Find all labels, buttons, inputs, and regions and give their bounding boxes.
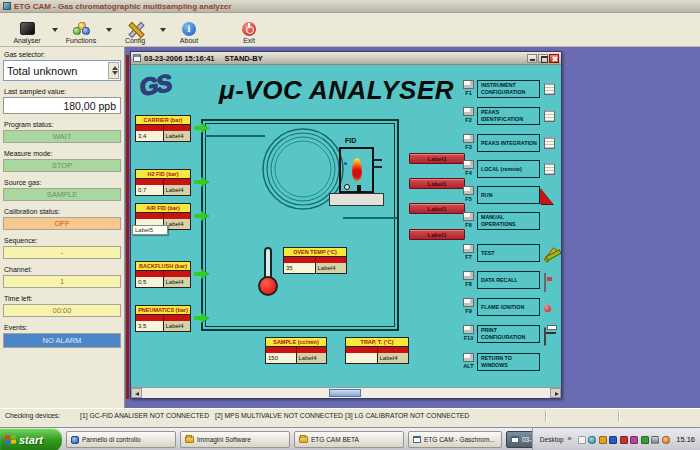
gauge-value: 3,4	[136, 131, 164, 141]
functions-icon	[73, 22, 90, 36]
tray-icon[interactable]	[630, 436, 638, 444]
fkey-row-f10: F10 PRINT CONFIGURATION	[461, 325, 559, 345]
fkey-label: F7	[461, 254, 476, 260]
task-etg-cam-app[interactable]: ETG CAM - Gaschrom...	[408, 431, 502, 448]
fkey-label: ALT	[461, 363, 476, 369]
source-gas-label: Source gas:	[4, 179, 120, 186]
peaks-identification-button[interactable]: PEAKS IDENTIFICATION	[477, 107, 540, 125]
taskbar-clock: 15.16	[676, 435, 695, 444]
horizontal-scrollbar[interactable]	[131, 387, 561, 398]
close-button[interactable]	[549, 54, 559, 63]
exit-button[interactable]: Exit	[226, 15, 272, 45]
scrollbar-thumb[interactable]	[329, 389, 361, 397]
measure-mode-value: STOP	[3, 159, 121, 172]
scroll-right-arrow[interactable]	[550, 388, 561, 398]
key-cube-icon	[463, 107, 474, 116]
tray-icon[interactable]	[651, 436, 659, 444]
gas-selector-label: Gas selector:	[4, 51, 120, 58]
tray-icon[interactable]	[609, 436, 617, 444]
gauge-pneumatics: PNEUMATICS (bar) 3,5Label4	[135, 305, 191, 332]
minimize-button[interactable]	[527, 54, 537, 63]
run-button[interactable]: RUN	[477, 186, 540, 204]
key-cube-icon	[463, 186, 474, 195]
gauge-label: Label4	[164, 131, 191, 141]
flame-ignition-button[interactable]: FLAME IGNITION	[477, 298, 540, 316]
return-to-windows-button[interactable]: RETURN TO WINDOWS	[477, 353, 540, 371]
fkey-label: F10	[461, 335, 476, 341]
fid-base	[329, 193, 384, 206]
fkey-label: F2	[461, 117, 476, 123]
local-remote-button[interactable]: LOCAL (remote)	[477, 160, 540, 178]
instrument-configuration-button[interactable]: INSTRUMENT CONFIGURATION	[477, 80, 540, 98]
analyser-window-mode: STAND-BY	[224, 54, 262, 63]
chevron-down-icon[interactable]	[104, 15, 112, 45]
window-icon	[413, 436, 421, 443]
print-configuration-button[interactable]: PRINT CONFIGURATION	[477, 325, 540, 343]
chevron-down-icon[interactable]	[158, 15, 166, 45]
scroll-left-arrow[interactable]	[131, 388, 142, 398]
flame-icon	[352, 158, 362, 181]
start-button[interactable]: start	[0, 428, 62, 450]
about-button-label: About	[180, 37, 198, 44]
fid-knob	[357, 185, 361, 191]
etg-logo: GS	[137, 69, 172, 102]
fid-detector	[339, 147, 374, 193]
config-button[interactable]: Config	[112, 15, 158, 45]
analyser-window-titlebar[interactable]: 03-23-2006 15:16:41 STAND-BY	[131, 52, 561, 65]
device-status-1: [1] GC-FID ANALISER NOT CONNECTED	[80, 412, 209, 419]
window-icon	[511, 436, 519, 443]
key-cube-icon	[463, 325, 474, 334]
key-cube-icon	[463, 271, 474, 280]
tray-icon[interactable]	[599, 436, 607, 444]
gauge-label: Label4	[297, 353, 327, 363]
task-control-panel[interactable]: Pannello di controllo	[66, 431, 176, 448]
fkey-label: F3	[461, 144, 476, 150]
tray-icon[interactable]	[641, 436, 649, 444]
spinner-arrows-icon[interactable]	[108, 62, 119, 79]
tray-icon[interactable]	[662, 436, 670, 444]
task-label: Pannello di controllo	[82, 436, 141, 443]
start-button-label: start	[19, 434, 43, 446]
fkey-label: F1	[461, 90, 476, 96]
gauge-oven-temp: OVEN TEMP (°C) 35Label4	[283, 247, 347, 274]
analyser-button[interactable]: Analyser	[4, 15, 50, 45]
source-gas-value: SAMPLE	[3, 188, 121, 201]
data-recall-button[interactable]: DATA RECALL	[477, 271, 540, 289]
status-led: Label1	[409, 178, 465, 189]
functions-button[interactable]: Functions	[58, 15, 104, 45]
program-status-value: WAIT	[3, 130, 121, 143]
flow-arrow-icon	[194, 123, 209, 133]
tray-icon[interactable]	[588, 436, 596, 444]
calibration-status-value: OFF	[3, 217, 121, 230]
maximize-button[interactable]	[538, 54, 548, 63]
thermometer-bulb-icon	[258, 276, 278, 296]
task-label: ETG CAM - Gaschrom...	[424, 436, 495, 443]
task-etg-cam-beta[interactable]: ETG CAM BETA	[294, 431, 404, 448]
chevron-down-icon[interactable]	[50, 15, 58, 45]
gauge-value: 0,5	[136, 277, 164, 287]
fkey-row-f7: F7 TEST	[461, 244, 559, 264]
tooltip-label5: Label5	[132, 225, 168, 235]
status-led: Label1	[409, 153, 465, 164]
events-value: NO ALARM	[3, 333, 121, 348]
chevron-expand-icon[interactable]	[567, 435, 575, 445]
task-immagini-software[interactable]: Immagini Software	[180, 431, 290, 448]
functions-button-label: Functions	[66, 37, 96, 44]
time-left-value: 00:00	[3, 304, 121, 317]
peaks-integration-button[interactable]: PEAKS INTEGRATION	[477, 134, 540, 152]
fkey-row-alt: ALT RETURN TO WINDOWS	[461, 353, 559, 373]
fkey-row-f3: F3 PEAKS INTEGRATION	[461, 134, 559, 154]
tray-icon[interactable]	[620, 436, 628, 444]
exit-button-label: Exit	[243, 37, 255, 44]
gas-selector-dropdown[interactable]: Total unknown	[3, 60, 121, 81]
last-sampled-label: Last sampled value:	[4, 88, 120, 95]
analyser-content: GS μ-VOC ANALYSER FID	[131, 65, 561, 387]
tray-icon[interactable]	[578, 436, 586, 444]
manual-operations-button[interactable]: MANUAL OPERATIONS	[477, 212, 540, 230]
gauge-h2-fid: H2 FID (bar) 0,7Label4	[135, 169, 191, 196]
fkey-row-f4: F4 LOCAL (remote)	[461, 160, 559, 180]
printer-icon	[544, 327, 546, 346]
about-button[interactable]: About	[166, 15, 212, 45]
fkey-label: F8	[461, 281, 476, 287]
test-button[interactable]: TEST	[477, 244, 540, 262]
